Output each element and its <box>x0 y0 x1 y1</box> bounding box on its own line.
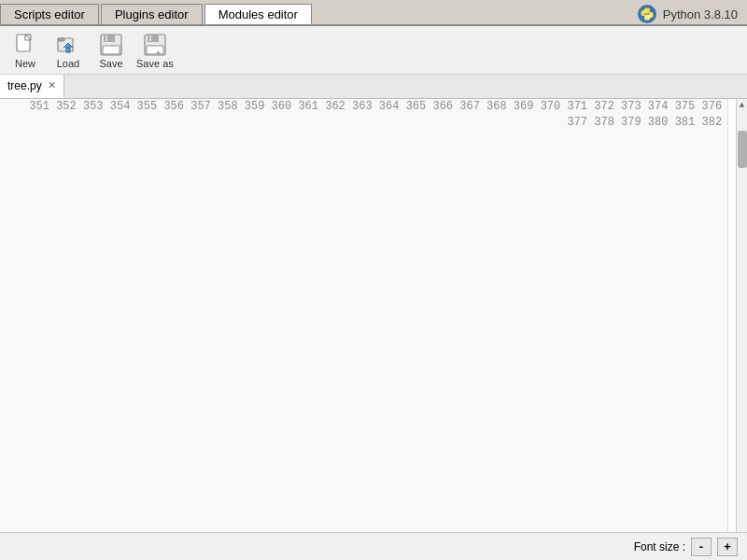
font-increase-button[interactable]: + <box>717 538 738 556</box>
load-button[interactable]: Load <box>50 32 86 69</box>
editor-area: 351 352 353 354 355 356 357 358 359 360 … <box>0 99 747 532</box>
svg-rect-9 <box>104 35 115 42</box>
save-as-icon: + <box>142 32 168 58</box>
svg-rect-13 <box>148 35 159 42</box>
save-as-button[interactable]: + Save as <box>136 32 174 69</box>
tab-modules-editor[interactable]: Modules editor <box>204 4 312 24</box>
save-button[interactable]: Save <box>93 32 129 69</box>
python-badge: Python 3.8.10 <box>637 4 747 24</box>
line-numbers: 351 352 353 354 355 356 357 358 359 360 … <box>0 99 728 532</box>
close-file-tab-icon[interactable]: ✕ <box>48 79 56 91</box>
load-label: Load <box>57 58 79 69</box>
tab-scripts-editor[interactable]: Scripts editor <box>0 4 99 24</box>
new-icon <box>12 32 38 58</box>
status-bar: Font size : - + <box>0 532 747 560</box>
svg-rect-10 <box>106 35 107 41</box>
scroll-up-arrow[interactable]: ▲ <box>738 99 746 112</box>
svg-rect-14 <box>149 35 151 41</box>
svg-point-1 <box>644 10 646 12</box>
font-size-label: Font size : <box>634 540 685 553</box>
python-version-label: Python 3.8.10 <box>663 7 738 21</box>
file-tab-tree-py[interactable]: tree.py ✕ <box>0 75 64 98</box>
svg-point-2 <box>647 17 649 19</box>
file-tab-label: tree.py <box>7 79 42 92</box>
new-label: New <box>15 58 35 69</box>
tab-plugins-editor[interactable]: Plugins editor <box>101 4 203 24</box>
svg-point-0 <box>638 5 656 23</box>
svg-rect-6 <box>58 38 64 41</box>
font-decrease-button[interactable]: - <box>691 538 712 556</box>
svg-rect-7 <box>66 48 70 52</box>
file-tab-bar: tree.py ✕ <box>0 75 747 99</box>
load-icon <box>55 32 81 58</box>
svg-rect-15 <box>147 46 163 54</box>
save-label: Save <box>99 58 122 69</box>
save-as-label: Save as <box>136 58 174 69</box>
save-icon <box>98 32 124 58</box>
svg-rect-11 <box>103 46 120 54</box>
new-button[interactable]: New <box>7 32 43 69</box>
tab-bar: Scripts editor Plugins editor Modules ed… <box>0 0 747 26</box>
python-icon <box>637 4 657 24</box>
code-content[interactable]: .format(node, self.nodes[node].coord.x, … <box>728 99 736 532</box>
scroll-thumb[interactable] <box>738 131 747 168</box>
vertical-scrollbar[interactable]: ▲ <box>736 99 747 532</box>
toolbar: New Load Save <box>0 26 747 75</box>
svg-text:+: + <box>156 49 161 57</box>
